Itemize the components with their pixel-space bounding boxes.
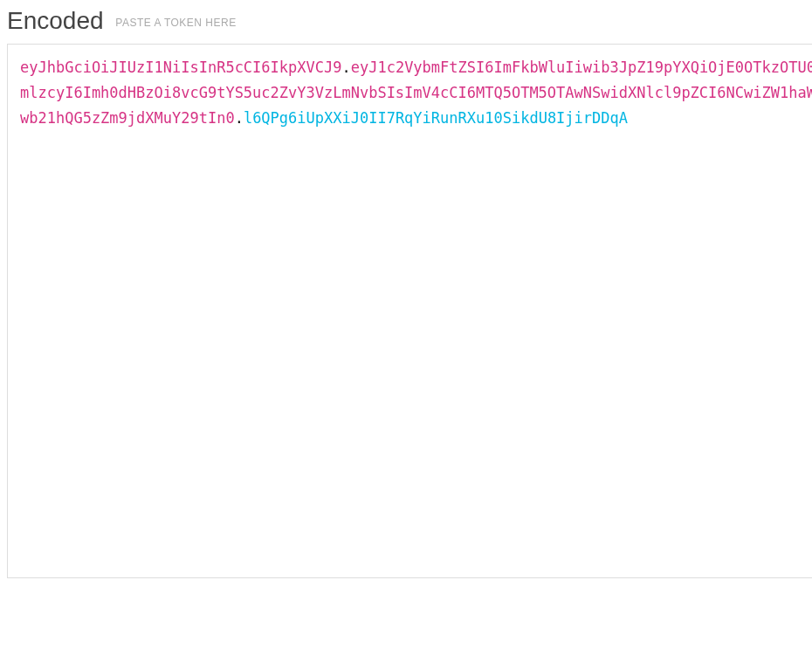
encoded-token-box[interactable]: eyJhbGciOiJIUzI1NiIsInR5cCI6IkpXVCJ9.eyJ… — [7, 44, 812, 578]
encoded-title: Encoded PASTE A TOKEN HERE — [7, 7, 812, 35]
horizontal-scrollbar[interactable] — [7, 584, 812, 597]
jwt-header-segment: eyJhbGciOiJIUzI1NiIsInR5cCI6IkpXVCJ9 — [20, 59, 341, 76]
jwt-signature-segment: l6QPg6iUpXXiJ0II7RqYiRunRXu10SikdU8IjirD… — [244, 109, 628, 127]
encoded-hint: PASTE A TOKEN HERE — [115, 17, 236, 29]
